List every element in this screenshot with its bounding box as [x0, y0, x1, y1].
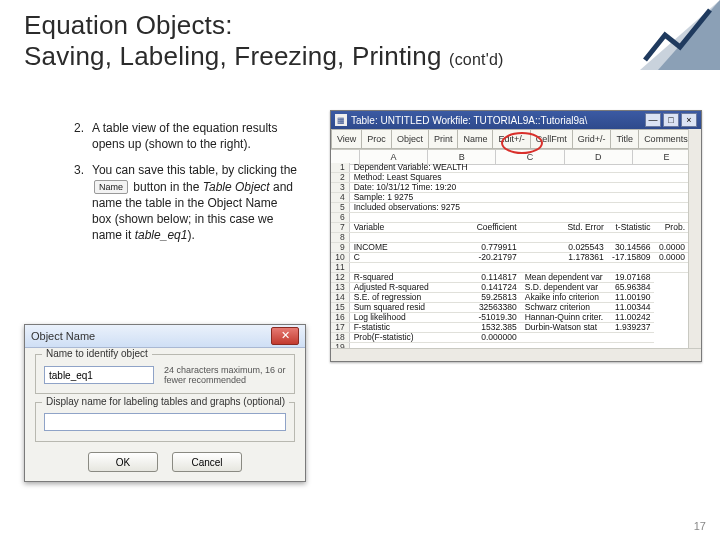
list-item: 3. You can save this table, by clicking …: [60, 162, 300, 243]
vertical-scrollbar[interactable]: [688, 129, 701, 349]
table-row[interactable]: 13Adjusted R-squared0.141724S.D. depende…: [331, 283, 689, 293]
title-line-1: Equation Objects:: [24, 10, 233, 40]
toolbar-cellfmt-button[interactable]: CellFmt: [530, 129, 572, 149]
display-name-fieldset: Display name for labeling tables and gra…: [35, 402, 295, 442]
table-row[interactable]: 7VariableCoefficientStd. Errort-Statisti…: [331, 223, 689, 233]
toolbar-title-button[interactable]: Title: [610, 129, 638, 149]
close-button[interactable]: ×: [681, 113, 697, 127]
list-number: 3.: [60, 162, 92, 243]
table-row[interactable]: 5Included observations: 9275: [331, 203, 689, 213]
name-legend: Name to identify object: [42, 348, 152, 359]
dialog-close-button[interactable]: ✕: [271, 327, 299, 345]
list-text: You can save this table, by clicking the…: [92, 162, 300, 243]
display-name-legend: Display name for labeling tables and gra…: [42, 396, 289, 407]
toolbar-edit-button[interactable]: Edit+/-: [492, 129, 529, 149]
display-name-input[interactable]: [44, 413, 286, 431]
table-row[interactable]: 11: [331, 263, 689, 273]
dialog-titlebar[interactable]: Object Name ✕: [25, 325, 305, 348]
col-b[interactable]: B: [428, 150, 496, 164]
list-text: A table view of the equation results ope…: [92, 120, 300, 152]
table-row[interactable]: 2Method: Least Squares: [331, 173, 689, 183]
name-fieldset: Name to identify object 24 characters ma…: [35, 354, 295, 394]
toolbar-proc-button[interactable]: Proc: [361, 129, 391, 149]
table-row[interactable]: 12R-squared0.114817Mean dependent var19.…: [331, 273, 689, 283]
table-row[interactable]: 6: [331, 213, 689, 223]
table-row[interactable]: 14S.E. of regression59.25813Akaike info …: [331, 293, 689, 303]
col-a[interactable]: A: [360, 150, 428, 164]
table-row[interactable]: 18Prob(F-statistic)0.000000: [331, 333, 689, 343]
slide-title: Equation Objects: Saving, Labeling, Free…: [24, 10, 504, 72]
horizontal-scrollbar[interactable]: [331, 348, 701, 361]
table-icon: ▦: [335, 114, 347, 126]
col-d[interactable]: D: [565, 150, 633, 164]
dialog-title: Object Name: [31, 330, 95, 342]
maximize-button[interactable]: □: [663, 113, 679, 127]
object-name-dialog: Object Name ✕ Name to identify object 24…: [24, 324, 306, 482]
table-window: ▦ Table: UNTITLED Workfile: TUTORIAL9A::…: [330, 110, 702, 362]
table-row[interactable]: 10C-20.217971.178361-17.158090.0000: [331, 253, 689, 263]
body-list: 2. A table view of the equation results …: [60, 120, 300, 253]
minimize-button[interactable]: —: [645, 113, 661, 127]
list-item: 2. A table view of the equation results …: [60, 120, 300, 152]
table-row[interactable]: 4Sample: 1 9275: [331, 193, 689, 203]
table-window-titlebar[interactable]: ▦ Table: UNTITLED Workfile: TUTORIAL9A::…: [331, 111, 701, 129]
table-row[interactable]: 3Date: 10/31/12 Time: 19:20: [331, 183, 689, 193]
table-toolbar: View Proc Object Print Name Edit+/- Cell…: [331, 129, 701, 150]
title-contd: (cont'd): [449, 51, 503, 68]
table-row[interactable]: 17F-statistic1532.385Durbin-Watson stat1…: [331, 323, 689, 333]
list-number: 2.: [60, 120, 92, 152]
name-hint: 24 characters maximum, 16 or fewer recom…: [164, 365, 286, 385]
table-row[interactable]: 16Log likelihood-51019.30Hannan-Quinn cr…: [331, 313, 689, 323]
slide-logo: [630, 0, 720, 70]
col-c[interactable]: C: [496, 150, 564, 164]
ok-button[interactable]: OK: [88, 452, 158, 472]
table-grid[interactable]: 1Dependent Variable: WEALTH2Method: Leas…: [331, 163, 689, 349]
inline-name-button: Name: [94, 180, 128, 194]
toolbar-print-button[interactable]: Print: [428, 129, 458, 149]
toolbar-grid-button[interactable]: Grid+/-: [572, 129, 611, 149]
cancel-button[interactable]: Cancel: [172, 452, 242, 472]
title-line-2: Saving, Labeling, Freezing, Printing: [24, 41, 442, 71]
table-window-title: Table: UNTITLED Workfile: TUTORIAL9A::Tu…: [351, 115, 587, 126]
table-row[interactable]: 9INCOME0.7799110.02554330.145660.0000: [331, 243, 689, 253]
page-number: 17: [694, 520, 706, 532]
table-row[interactable]: 15Sum squared resid32563380Schwarz crite…: [331, 303, 689, 313]
table-row[interactable]: 8: [331, 233, 689, 243]
toolbar-view-button[interactable]: View: [331, 129, 361, 149]
toolbar-name-button[interactable]: Name: [457, 129, 492, 149]
toolbar-object-button[interactable]: Object: [391, 129, 428, 149]
object-name-input[interactable]: [44, 366, 154, 384]
